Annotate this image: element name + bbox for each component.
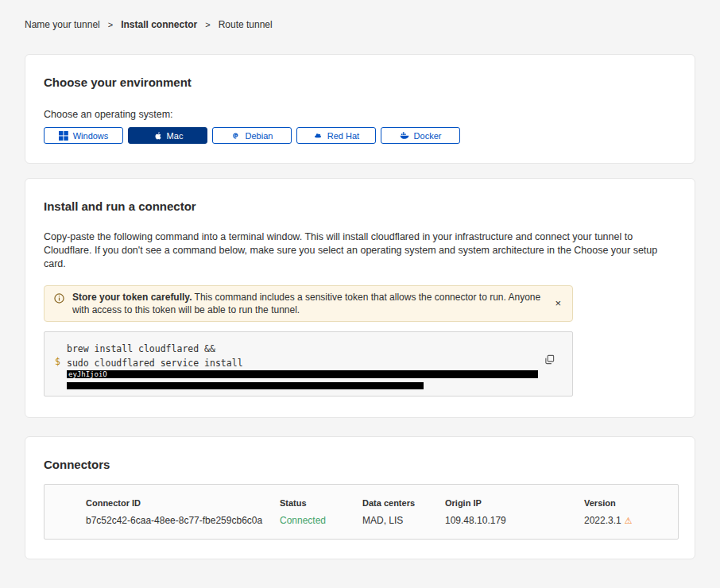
install-description: Copy-paste the following command into a … — [44, 230, 676, 271]
breadcrumb-step-route-tunnel[interactable]: Route tunnel — [219, 19, 273, 30]
docker-icon — [400, 131, 409, 141]
info-icon — [54, 293, 64, 304]
redacted-token-bar — [67, 382, 424, 389]
apple-icon — [153, 131, 162, 141]
breadcrumb-separator: > — [205, 20, 210, 29]
os-button-label: Mac — [167, 131, 184, 141]
install-card-title: Install and run a connector — [44, 199, 676, 213]
header-origin-ip: Origin IP — [445, 498, 584, 508]
os-button-label: Red Hat — [327, 131, 359, 141]
header-data-centers: Data centers — [362, 498, 445, 508]
cell-connector-id: b7c52c42-6caa-48ee-8c77-fbe259cb6c0a — [86, 515, 280, 526]
os-button-label: Windows — [73, 131, 109, 141]
breadcrumb-step-install-connector[interactable]: Install connector — [121, 19, 197, 30]
token-warning-text: Store your token carefully. This command… — [72, 291, 545, 316]
cell-version: 2022.3.1⚠ — [584, 515, 662, 526]
terminal-prompt: $ — [55, 356, 60, 367]
token-warning-bold: Store your token carefully. — [72, 292, 192, 303]
os-button-mac[interactable]: Mac — [128, 127, 207, 144]
cell-origin-ip: 109.48.10.179 — [445, 515, 584, 526]
os-button-debian[interactable]: Debian — [212, 127, 292, 144]
os-button-label: Docker — [414, 131, 442, 141]
os-button-windows[interactable]: Windows — [44, 127, 123, 144]
version-value: 2022.3.1 — [584, 515, 621, 526]
close-icon[interactable]: × — [553, 296, 563, 311]
os-select-label: Choose an operating system: — [44, 109, 676, 120]
windows-icon — [59, 131, 68, 141]
status-badge: Connected — [280, 515, 362, 526]
header-version: Version — [584, 498, 662, 508]
token-warning-banner: Store your token carefully. This command… — [44, 285, 573, 322]
install-command-block: $ brew install cloudflared && sudo cloud… — [44, 331, 573, 397]
os-button-label: Debian — [246, 131, 273, 141]
connectors-table: Connector ID Status Data centers Origin … — [44, 484, 679, 540]
os-button-docker[interactable]: Docker — [381, 127, 460, 144]
page: Name your tunnel > Install connector > R… — [0, 0, 720, 588]
breadcrumb: Name your tunnel > Install connector > R… — [25, 0, 695, 30]
cell-data-centers: MAD, LIS — [362, 515, 445, 526]
install-card: Install and run a connector Copy-paste t… — [25, 178, 695, 418]
copy-icon[interactable] — [544, 354, 555, 365]
command-line-1: brew install cloudflared && — [67, 342, 540, 356]
breadcrumb-step-name-tunnel[interactable]: Name your tunnel — [25, 19, 100, 30]
os-button-redhat[interactable]: Red Hat — [296, 127, 376, 144]
header-status: Status — [280, 498, 362, 508]
environment-card-title: Choose your environment — [44, 75, 676, 89]
environment-card: Choose your environment Choose an operat… — [25, 54, 695, 164]
connectors-card: Connectors Connector ID Status Data cent… — [25, 436, 695, 559]
redhat-icon — [313, 131, 323, 141]
debian-icon — [231, 131, 241, 141]
redacted-token-line: eyJhIjoiO — [67, 370, 538, 378]
token-prefix: eyJhIjoiO — [68, 370, 107, 378]
connectors-card-title: Connectors — [44, 458, 676, 471]
os-button-group: Windows Mac Debian Red Hat — [44, 127, 676, 144]
version-warning-icon: ⚠ — [625, 516, 633, 525]
table-row: b7c52c42-6caa-48ee-8c77-fbe259cb6c0a Con… — [86, 515, 662, 526]
breadcrumb-separator: > — [108, 20, 113, 29]
command-line-2: sudo cloudflared service install — [67, 356, 540, 370]
table-header-row: Connector ID Status Data centers Origin … — [86, 498, 662, 508]
header-connector-id: Connector ID — [86, 498, 280, 508]
